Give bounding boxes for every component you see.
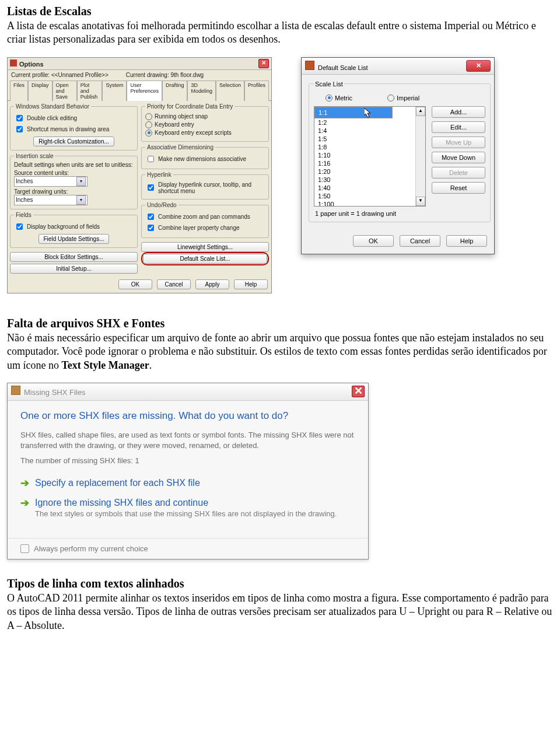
list-item[interactable]: 1:4 [314, 127, 425, 135]
options-titlebar: Options ✕ [8, 58, 271, 70]
chk-combine-zoom[interactable]: Combine zoom and pan commands [145, 212, 265, 222]
scroll-up-icon[interactable]: ▲ [416, 107, 425, 116]
list-item[interactable]: 1:50 [314, 192, 425, 200]
btn-block-editor[interactable]: Block Editor Settings... [10, 252, 138, 262]
list-item[interactable]: 1:2 [314, 118, 425, 127]
shx-count: The number of missing SHX files: 1 [20, 456, 355, 465]
group-fields: Fields Display background of fields Fiel… [10, 212, 138, 248]
movedown-button[interactable]: Move Down [432, 152, 485, 163]
group-undo: Undo/Redo Combine zoom and pan commands … [141, 202, 269, 238]
para-shx: Não é mais necessário especificar um arq… [7, 331, 553, 372]
app-icon [11, 386, 20, 395]
arrow-icon: ➔ [20, 498, 29, 508]
btn-default-scale[interactable]: Default Scale List... [143, 254, 267, 264]
cancel-button[interactable]: Cancel [157, 279, 191, 289]
tab-opensave[interactable]: Open and Save [52, 81, 77, 101]
group-priority: Priority for Coordinate Data Entry Runni… [141, 103, 269, 142]
group-win-std: Windows Standard Behavior Double click e… [10, 103, 138, 151]
shx-title: Missing SHX Files [24, 388, 85, 397]
shx-desc: SHX files, called shape files, are used … [20, 430, 355, 450]
radio-metric[interactable]: Metric [326, 95, 352, 102]
heading-linetypes: Tipos de linha com textos alinhados [7, 577, 553, 590]
para-linetypes: O AutoCAD 2011 permite alinhar os textos… [7, 592, 553, 632]
radio-keyboard-except[interactable]: Keyboard entry except scripts [145, 130, 265, 137]
select-target-units[interactable]: Inches▾ [14, 195, 88, 205]
radio-running[interactable]: Running object snap [145, 113, 265, 120]
default-scale-list-dialog: Default Scale List ✕ Scale List Metric I… [301, 57, 495, 254]
close-icon[interactable]: ✕ [466, 60, 491, 72]
close-icon[interactable]: ✕ [258, 59, 269, 68]
shx-option-replace[interactable]: ➔ Specify a replacement for each SHX fil… [20, 478, 355, 488]
chk-field-bg[interactable]: Display background of fields [14, 222, 134, 232]
drawing-value: 9th floor.dwg [170, 72, 204, 78]
ok-button[interactable]: OK [353, 235, 394, 247]
select-source-units[interactable]: Inches▾ [14, 176, 88, 187]
shx-titlebar: Missing SHX Files ✕ [8, 383, 368, 401]
moveup-button[interactable]: Move Up [432, 137, 485, 148]
drawing-label: Current drawing: [126, 72, 169, 78]
app-icon [305, 61, 314, 70]
chk-hyperlink[interactable]: Display hyperlink cursor, tooltip, and s… [145, 181, 265, 194]
dsl-title: Default Scale List [318, 64, 368, 71]
apply-button[interactable]: Apply [195, 279, 229, 289]
list-item[interactable]: 1:100 [314, 200, 425, 207]
reset-button[interactable]: Reset [432, 182, 485, 194]
delete-button[interactable]: Delete [432, 167, 485, 179]
list-item[interactable]: 1:10 [314, 151, 425, 159]
edit-button[interactable]: Edit... [432, 121, 485, 133]
chk-always[interactable] [20, 544, 29, 553]
group-hyper: Hyperlink Display hyperlink cursor, tool… [141, 172, 269, 200]
list-item[interactable]: 1:16 [314, 159, 425, 167]
add-button[interactable]: Add... [432, 106, 485, 118]
help-button[interactable]: Help [234, 279, 268, 289]
tab-selection[interactable]: Selection [216, 81, 244, 101]
shx-option-ignore[interactable]: ➔ Ignore the missing SHX files and conti… [20, 498, 355, 518]
scale-footnote: 1 paper unit = 1 drawing unit [315, 210, 485, 217]
scrollbar[interactable]: ▲ ▼ [415, 107, 425, 206]
scroll-down-icon[interactable]: ▼ [416, 197, 425, 206]
radio-imperial[interactable]: Imperial [387, 95, 419, 102]
arrow-icon: ➔ [20, 478, 29, 488]
tab-drafting[interactable]: Drafting [162, 81, 188, 101]
dsl-titlebar: Default Scale List ✕ [302, 58, 494, 75]
btn-initial-setup[interactable]: Initial Setup... [10, 264, 138, 274]
scale-listbox[interactable]: 1:1 1:2 1:4 1:5 1:8 1:10 1:16 1:20 1:30 … [314, 106, 426, 207]
heading-shx: Falta de arquivos SHX e Fontes [7, 317, 553, 330]
help-button[interactable]: Help [446, 235, 487, 247]
tab-userpref[interactable]: User Preferences [127, 81, 162, 101]
app-icon [10, 60, 17, 67]
options-title: Options [19, 61, 44, 68]
options-dialog: Options ✕ Current profile: <<Unnamed Pro… [7, 57, 272, 293]
group-insertion: Insertion scale Default settings when un… [10, 153, 138, 209]
tab-3d[interactable]: 3D Modeling [187, 81, 216, 101]
options-tabs: Files Display Open and Save Plot and Pub… [8, 80, 271, 101]
btn-field-update[interactable]: Field Update Settings... [38, 234, 110, 244]
radio-keyboard[interactable]: Keyboard entry [145, 121, 265, 128]
tab-plot[interactable]: Plot and Publish [77, 81, 103, 101]
tab-system[interactable]: System [102, 81, 127, 101]
group-assoc: Associative Dimensioning Make new dimens… [141, 144, 269, 169]
profile-label: Current profile: [11, 72, 50, 78]
tab-files[interactable]: Files [10, 81, 28, 101]
btn-rightclick[interactable]: Right-click Customization... [33, 137, 114, 146]
chk-assoc-dim[interactable]: Make new dimensions associative [145, 154, 265, 164]
para-listas: A lista de escalas anotativas foi melhor… [7, 19, 553, 47]
list-item[interactable]: 1:30 [314, 176, 425, 184]
chevron-down-icon: ▾ [76, 177, 86, 186]
tab-display[interactable]: Display [28, 81, 52, 101]
list-item[interactable]: 1:20 [314, 167, 425, 176]
list-item[interactable]: 1:1 [314, 107, 393, 118]
btn-lineweight[interactable]: Lineweight Settings... [141, 242, 269, 252]
tab-profiles[interactable]: Profiles [244, 81, 269, 101]
chevron-down-icon: ▾ [76, 195, 86, 205]
cancel-button[interactable]: Cancel [400, 235, 440, 247]
chk-dblclick[interactable]: Double click editing [14, 113, 134, 123]
close-icon[interactable]: ✕ [352, 386, 365, 397]
ok-button[interactable]: OK [118, 279, 152, 289]
list-item[interactable]: 1:5 [314, 135, 425, 143]
chk-combine-layer[interactable]: Combine layer property change [145, 223, 265, 233]
list-item[interactable]: 1:40 [314, 184, 425, 192]
missing-shx-dialog: Missing SHX Files ✕ One or more SHX file… [7, 383, 369, 559]
chk-shortcut[interactable]: Shortcut menus in drawing area [14, 124, 134, 134]
list-item[interactable]: 1:8 [314, 143, 425, 151]
